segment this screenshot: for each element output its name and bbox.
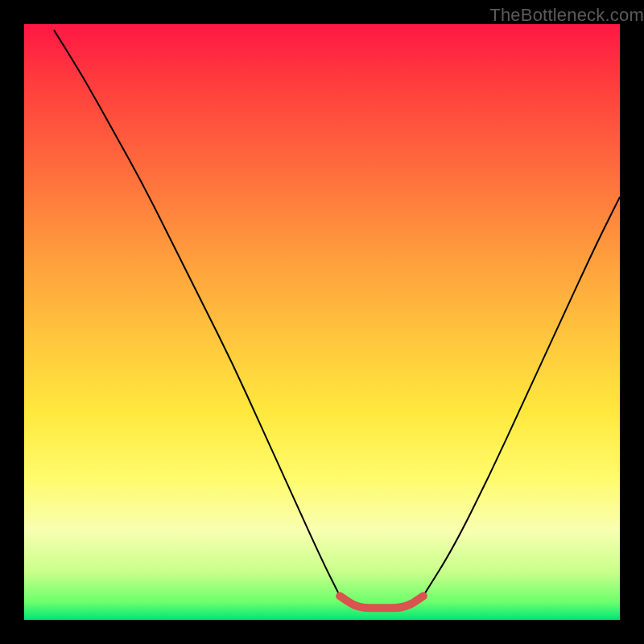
chart-container: TheBottleneck.com — [0, 0, 644, 644]
plot-area — [24, 24, 620, 620]
line-right-ascent — [340, 197, 620, 609]
line-left-descent — [54, 30, 423, 608]
watermark-label: TheBottleneck.com — [489, 5, 644, 26]
trough-marker — [340, 596, 423, 608]
chart-svg — [24, 24, 620, 620]
